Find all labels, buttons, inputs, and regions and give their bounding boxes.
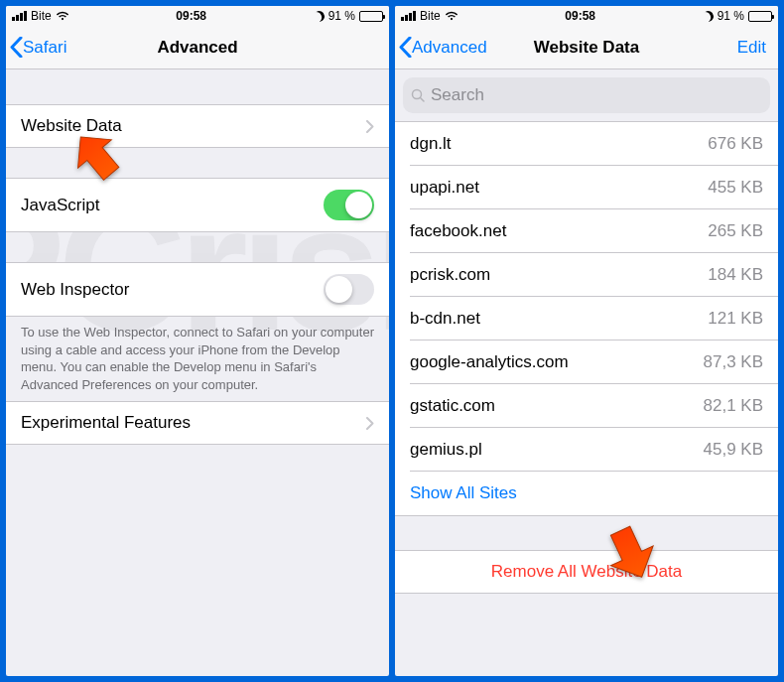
row-javascript[interactable]: JavaScript [6,178,389,232]
back-button[interactable]: Safari [6,37,66,58]
signal-icon [401,11,416,21]
site-host: gstatic.com [410,396,495,416]
search-icon [411,88,425,102]
dnd-moon-icon [312,9,326,23]
site-host: facebook.net [410,221,506,241]
nav-bar: Advanced Website Data Edit [395,26,778,69]
remove-all-label: Remove All Website Data [491,562,682,582]
site-row[interactable]: b-cdn.net121 KB [395,297,778,341]
site-row[interactable]: gemius.pl45,9 KB [395,428,778,472]
row-website-data[interactable]: Website Data [6,104,389,148]
site-size: 87,3 KB [704,352,764,372]
carrier-label: Bite [420,9,441,23]
site-row[interactable]: dgn.lt676 KB [395,122,778,166]
row-experimental-features[interactable]: Experimental Features [6,401,389,445]
web-inspector-footer: To use the Web Inspector, connect to Saf… [6,317,389,401]
dnd-moon-icon [701,9,715,23]
clock: 09:58 [176,9,206,23]
clock: 09:58 [565,9,595,23]
show-all-label: Show All Sites [410,483,517,503]
screen-advanced: PCrisk.com Bite 09:58 91 % Safari Advanc [6,6,389,676]
row-label: Web Inspector [21,280,129,300]
site-host: upapi.net [410,178,479,198]
site-row[interactable]: facebook.net265 KB [395,209,778,253]
site-size: 265 KB [708,221,763,241]
web-inspector-toggle[interactable] [324,274,374,305]
back-label: Safari [23,38,66,58]
site-host: gemius.pl [410,440,482,460]
site-row[interactable]: gstatic.com82,1 KB [395,384,778,428]
back-label: Advanced [412,38,487,58]
battery-icon [748,11,772,22]
search-input[interactable] [431,85,762,105]
nav-bar: Safari Advanced [6,26,389,69]
site-host: pcrisk.com [410,265,490,285]
status-bar: Bite 09:58 91 % [395,6,778,26]
javascript-toggle[interactable] [324,190,374,220]
battery-pct: 91 % [718,9,744,23]
row-label: Experimental Features [21,413,191,433]
chevron-right-icon [366,417,374,430]
remove-all-button[interactable]: Remove All Website Data [395,550,778,594]
search-input-wrap[interactable] [403,77,770,113]
wifi-icon [56,11,69,21]
wifi-icon [445,11,458,21]
site-host: b-cdn.net [410,309,480,329]
site-size: 82,1 KB [704,396,764,416]
show-all-sites-button[interactable]: Show All Sites [395,472,778,515]
battery-pct: 91 % [328,9,355,23]
svg-line-1 [421,98,425,102]
sites-list: dgn.lt676 KBupapi.net455 KBfacebook.net2… [395,121,778,516]
chevron-right-icon [366,120,374,133]
site-size: 184 KB [708,265,763,285]
carrier-label: Bite [31,9,52,23]
site-row[interactable]: pcrisk.com184 KB [395,253,778,297]
battery-icon [359,11,383,22]
site-row[interactable]: google-analytics.com87,3 KB [395,341,778,384]
site-size: 45,9 KB [704,440,764,460]
row-label: Website Data [21,116,122,136]
site-host: dgn.lt [410,134,452,154]
back-button[interactable]: Advanced [395,37,487,58]
site-size: 455 KB [708,178,763,198]
status-bar: Bite 09:58 91 % [6,6,389,26]
signal-icon [12,11,27,21]
edit-button[interactable]: Edit [737,38,766,58]
row-web-inspector[interactable]: Web Inspector [6,262,389,317]
site-row[interactable]: upapi.net455 KB [395,166,778,209]
site-size: 676 KB [708,134,763,154]
row-label: JavaScript [21,196,99,215]
site-host: google-analytics.com [410,352,569,372]
site-size: 121 KB [708,309,763,329]
screen-website-data: PCrisk.com Bite 09:58 91 % Advanced Webs [395,6,778,676]
